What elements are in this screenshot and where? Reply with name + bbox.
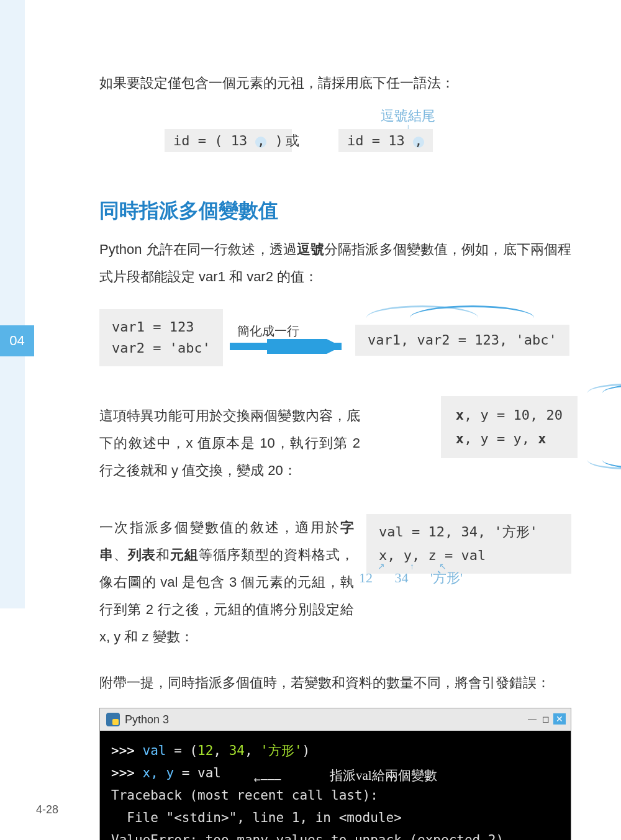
code-text: ) — [266, 133, 283, 148]
window-controls: — ◻ ✕ — [526, 713, 566, 725]
x-bold: x — [538, 431, 546, 446]
unpack-annotation: 12 34 '方形' — [359, 569, 463, 587]
terminal-body: >>> val = (12, 34, '方形') >>> x, y = val … — [100, 731, 571, 840]
p4-b3: 元組 — [170, 547, 199, 562]
maximize-icon[interactable]: ◻ — [540, 713, 552, 725]
code-line: var2 = 'abc' — [112, 338, 211, 359]
terminal-annotation-1: 指派val給兩個變數 — [330, 764, 437, 787]
code-tuple-paren: id = ( 13 , ) — [165, 129, 292, 152]
code-line: x, y — [143, 765, 175, 780]
p2-bold: 逗號 — [297, 242, 324, 257]
code-line: val = 12, 34, '方形' — [379, 520, 559, 544]
terminal-titlebar: Python 3 — ◻ ✕ — [100, 708, 571, 731]
paragraph-5: 附帶一提，同時指派多個值時，若變數和資料的數量不同，將會引發錯誤： — [99, 669, 571, 697]
sidebar-accent — [0, 0, 25, 608]
close-icon[interactable]: ✕ — [553, 713, 566, 725]
or-label: 或 — [286, 132, 299, 150]
page-number: 4-28 — [36, 803, 58, 816]
example-swap: 這項特異功能可用於交換兩個變數內容，底下的敘述中，x 值原本是 10，執行到第 … — [99, 402, 571, 489]
intro-paragraph: 如果要設定僅包含一個元素的元祖，請採用底下任一語法： — [99, 70, 571, 97]
terminal-window: Python 3 — ◻ ✕ >>> val = (12, 34, '方形') … — [99, 708, 571, 840]
code-line: x, y = 10, 20 — [456, 404, 563, 427]
paragraph-3: 這項特異功能可用於交換兩個變數內容，底下的敘述中，x 值原本是 10，執行到第 … — [99, 402, 360, 484]
minimize-icon[interactable]: — — [526, 713, 538, 725]
terminal-title: Python 3 — [125, 713, 169, 726]
code-two-lines: var1 = 123 var2 = 'abc' — [99, 309, 223, 366]
chapter-badge: 04 — [0, 325, 34, 356]
section-heading: 同時指派多個變數值 — [99, 197, 571, 225]
code-line: val — [143, 743, 166, 758]
p4-sep: 、 — [114, 547, 128, 562]
p4-a: 一次指派多個變數值的敘述，適用於 — [99, 520, 340, 535]
p4-b2: 列表 — [128, 547, 156, 562]
code-swap: x, y = 10, 20 x, y = y, x — [441, 396, 578, 458]
code-text: id = 13 — [347, 133, 413, 148]
traceback-line: Traceback (most recent call last): — [111, 788, 378, 803]
prompt: >>> — [111, 765, 143, 780]
code-line: x, y = y, x — [456, 427, 563, 451]
comma-highlight-icon: , — [413, 137, 424, 148]
example-multi-assign: var1 = 123 var2 = 'abc' 簡化成一行 var1, var2… — [99, 309, 571, 377]
p4-sep: 和 — [156, 547, 170, 562]
prompt: >>> — [111, 743, 143, 758]
comma-highlight-icon: , — [255, 137, 266, 148]
traceback-line: File "<stdin>", line 1, in <module> — [111, 810, 402, 825]
error-message: too many values to unpack (expected 2) — [206, 833, 504, 840]
arrow-left-icon: ←——— — [254, 768, 281, 790]
example-single-tuple: 逗號結尾 ↓ id = ( 13 , ) 或 id = 13 , — [99, 122, 571, 159]
python-icon — [106, 713, 120, 726]
code-line: var1 = 123 — [112, 317, 211, 338]
paragraph-2: Python 允許在同一行敘述，透過逗號分隔指派多個變數值，例如，底下兩個程式片… — [99, 236, 571, 291]
x-bold: x — [456, 407, 464, 423]
code-tuple-nocomma: id = 13 , — [338, 129, 433, 152]
simplify-label: 簡化成一行 — [237, 323, 299, 340]
code-text: id = ( 13 — [173, 133, 255, 148]
code-text: , y = 10, 20 — [464, 407, 563, 423]
x-bold: x — [456, 431, 464, 446]
error-prefix: ValueError: — [111, 833, 206, 840]
arrow-right-icon — [230, 339, 354, 354]
example-unpack: 一次指派多個變數值的敘述，適用於字串、列表和元組等循序類型的資料格式，像右圖的 … — [99, 514, 571, 651]
page-content: 如果要設定僅包含一個元素的元祖，請採用底下任一語法： 逗號結尾 ↓ id = (… — [99, 70, 571, 840]
paragraph-4: 一次指派多個變數值的敘述，適用於字串、列表和元組等循序類型的資料格式，像右圖的 … — [99, 514, 354, 651]
code-one-line: var1, var2 = 123, 'abc' — [355, 325, 569, 356]
p2-a: Python 允許在同一行敘述，透過 — [99, 242, 297, 257]
code-text: , y = y, — [464, 431, 538, 446]
